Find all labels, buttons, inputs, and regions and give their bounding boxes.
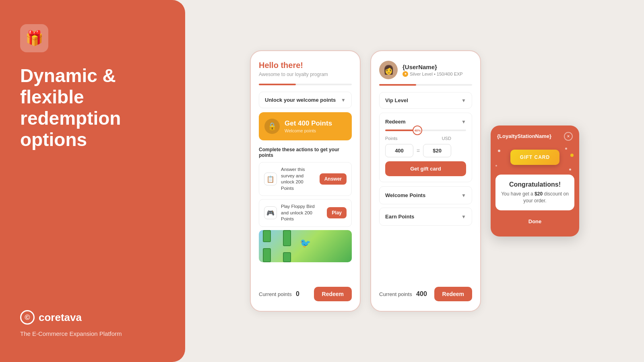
sparkle-5 (569, 169, 571, 171)
popup-gift-area: GIFT CARD (491, 146, 579, 175)
welcome-points-chevron: ▼ (461, 193, 466, 198)
action-item-game: 🎮 Play Floppy Bird and unlock 200 Points… (259, 199, 352, 227)
vip-dropdown[interactable]: Vip Level ▼ (379, 92, 472, 109)
points-usd-label-pts: Points (385, 136, 425, 141)
redeem-section: Redeem ▼ 40% Points USD = Get gift card (379, 113, 472, 182)
congrats-desc-1: You have get a (501, 191, 535, 197)
welcome-points-label: Welcome points (285, 128, 332, 133)
survey-icon: 📋 (264, 173, 277, 185)
done-button[interactable]: Done (495, 214, 574, 228)
vip-dropdown-chevron: ▼ (461, 98, 466, 103)
left-bottom: © coretava The E-Commerce Expansion Plat… (20, 310, 165, 338)
lock-icon: 🔒 (264, 119, 280, 134)
current-points-label-1: Current points (259, 291, 292, 297)
pipe-top-1 (263, 230, 271, 242)
answer-button[interactable]: Answer (320, 173, 347, 185)
phone1-header: Hello there! Awesome to our loyalty prog… (259, 61, 352, 77)
redeem-title: Redeem (385, 119, 406, 125)
main-title: Dynamic & flexible redemption options (20, 65, 165, 150)
logo-circle-icon: © (20, 310, 35, 325)
redeem-chevron: ▼ (461, 119, 466, 125)
greeting-text: Hello there! (259, 61, 352, 70)
username-text: {UserName} (402, 64, 463, 70)
welcome-points-row-label: Welcome Points (385, 192, 425, 198)
progress-bar-container (259, 84, 352, 85)
current-points-row-1: Current points 0 Redeem (259, 283, 352, 301)
left-panel: 🎁 Dynamic & flexible redemption options … (0, 0, 185, 362)
current-points-group-1: Current points 0 (259, 290, 299, 298)
points-usd-row: = (385, 144, 466, 157)
usd-input[interactable] (423, 144, 451, 157)
welcome-points-row[interactable]: Welcome Points ▼ (379, 186, 472, 204)
left-top: 🎁 Dynamic & flexible redemption options (20, 24, 165, 150)
sparkle-2 (565, 148, 567, 150)
slider-container[interactable]: 40% (385, 130, 466, 131)
sparkle-3 (495, 165, 497, 167)
welcome-points-value: Get 400 Points (285, 119, 332, 128)
user-level-text: ★ Silver Level • 150/400 EXP (402, 71, 463, 77)
phone2-header: 👩 {UserName} ★ Silver Level • 150/400 EX… (379, 61, 472, 79)
current-points-label-2: Current points (379, 291, 412, 297)
earn-points-row[interactable]: Earn Points ▼ (379, 208, 472, 226)
current-points-row-2: Current points 400 Redeem (379, 283, 472, 301)
level-badge-icon: ★ (402, 71, 408, 77)
actions-label: Complete these actions to get your point… (259, 147, 352, 158)
slider-thumb[interactable]: 40% (413, 125, 422, 135)
current-points-value-2: 400 (416, 290, 427, 297)
unlock-dropdown-chevron: ▼ (341, 97, 346, 103)
logo-name: coretava (39, 311, 82, 324)
equals-sign: = (417, 148, 420, 154)
points-usd-label-usd: USD (427, 136, 466, 141)
vip-dropdown-label: Vip Level (385, 97, 408, 103)
popup-close-button[interactable]: × (564, 132, 573, 141)
redeem-button-1[interactable]: Redeem (314, 287, 352, 301)
gift-card-visual: GIFT CARD (510, 150, 559, 165)
pipe-top-2 (283, 230, 291, 246)
sparkle-1 (498, 150, 500, 152)
current-points-group-2: Current points 400 (379, 290, 427, 298)
slider-track: 40% (385, 130, 466, 131)
gift-icon: 🎁 (20, 24, 48, 52)
action-text-survey: Answer this survey and unlock 200 Points (281, 167, 316, 191)
bird-icon: 🐦 (300, 238, 311, 249)
earn-points-label: Earn Points (385, 214, 414, 220)
earn-points-chevron: ▼ (461, 214, 466, 220)
action-item-survey: 📋 Answer this survey and unlock 200 Poin… (259, 162, 352, 196)
welcome-points-text: Get 400 Points Welcome points (285, 119, 332, 133)
user-avatar: 👩 (379, 61, 398, 79)
popup-card: {LoyaltyStationName} × GIFT CARD Congrat… (491, 125, 579, 237)
popup-title: {LoyaltyStationName} (497, 133, 551, 139)
get-gift-card-button[interactable]: Get gift card (385, 161, 466, 176)
game-icon: 🎮 (264, 206, 277, 219)
redeem-section-header: Redeem ▼ (385, 119, 466, 125)
pipe-bottom-1 (263, 248, 271, 262)
game-preview: 🐦 (259, 230, 352, 262)
level-label: Silver Level • 150/400 EXP (410, 72, 463, 76)
close-icon: × (567, 134, 570, 139)
points-input[interactable] (385, 144, 413, 157)
progress-bar-fill (259, 84, 296, 85)
gift-card-label: GIFT CARD (520, 154, 550, 160)
pipe-bottom-2 (283, 252, 291, 262)
current-points-value-1: 0 (296, 290, 299, 297)
congrats-title: Congratulations! (501, 181, 569, 188)
coretava-logo: © coretava (20, 310, 165, 325)
progress-bar-fill-2 (379, 84, 416, 86)
unlock-dropdown[interactable]: Unlock your welcome points ▼ (259, 92, 352, 108)
phone-card-2: 👩 {UserName} ★ Silver Level • 150/400 EX… (370, 50, 481, 312)
redeem-button-2[interactable]: Redeem (434, 287, 472, 301)
tagline: The E-Commerce Expansion Platform (20, 329, 165, 338)
action-text-game: Play Floppy Bird and unlock 200 Points (281, 204, 323, 222)
user-info: {UserName} ★ Silver Level • 150/400 EXP (402, 64, 463, 77)
play-button[interactable]: Play (327, 207, 347, 218)
welcome-points-card: 🔒 Get 400 Points Welcome points (259, 112, 352, 140)
popup-white-area: Congratulations! You have get a $20 disc… (495, 175, 574, 211)
sparkle-4 (570, 154, 574, 157)
subtitle-text: Awesome to our loyalty program (259, 72, 352, 77)
main-content: Hello there! Awesome to our loyalty prog… (185, 0, 644, 362)
unlock-dropdown-label: Unlock your welcome points (265, 97, 336, 103)
popup-header: {LoyaltyStationName} × (491, 125, 579, 146)
phone-card-1: Hello there! Awesome to our loyalty prog… (250, 50, 361, 312)
progress-bar-container-2 (379, 84, 472, 86)
congrats-desc: You have get a $20 discount on your orde… (501, 191, 569, 204)
